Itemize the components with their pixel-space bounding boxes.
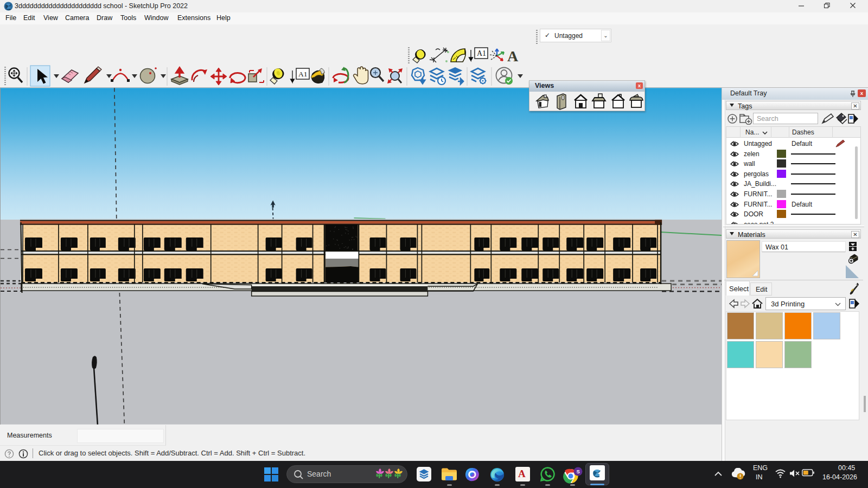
svg-text:A1: A1 bbox=[477, 49, 486, 57]
svg-text:S: S bbox=[577, 468, 580, 474]
svg-text:A: A bbox=[507, 48, 519, 65]
svg-text:A1: A1 bbox=[298, 70, 308, 78]
